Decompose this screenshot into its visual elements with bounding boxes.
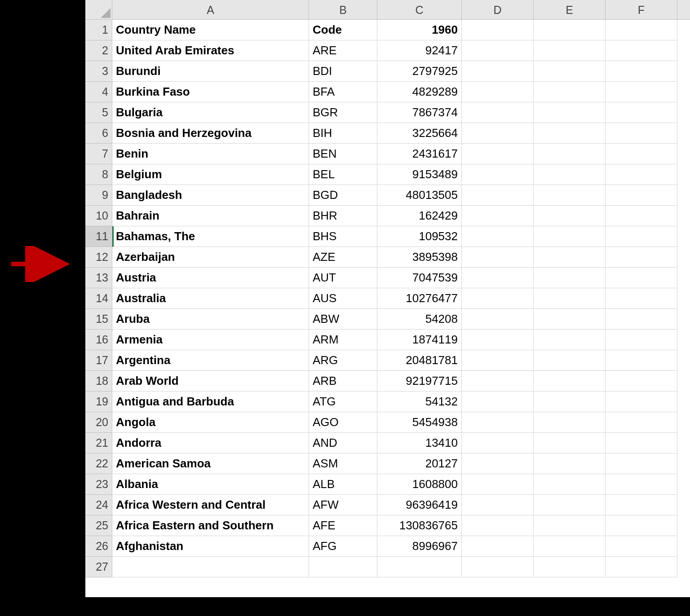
row-header-7[interactable]: 7 xyxy=(85,144,112,164)
cell-F20[interactable] xyxy=(606,412,677,433)
cell-E7[interactable] xyxy=(534,144,606,164)
cell-A1[interactable]: Country Name xyxy=(112,20,309,40)
cell-B19[interactable]: ATG xyxy=(309,392,377,412)
cell-D9[interactable] xyxy=(462,185,534,206)
cell-E18[interactable] xyxy=(534,371,606,392)
cell-E1[interactable] xyxy=(534,20,606,40)
cell-C23[interactable]: 1608800 xyxy=(377,474,462,495)
cell-D10[interactable] xyxy=(462,206,534,226)
cell-E20[interactable] xyxy=(534,412,606,433)
cell-A7[interactable]: Benin xyxy=(112,144,309,164)
cell-E4[interactable] xyxy=(534,82,606,102)
row-header-26[interactable]: 26 xyxy=(85,536,112,557)
cell-D12[interactable] xyxy=(462,247,534,268)
cell-D2[interactable] xyxy=(462,40,534,61)
cell-B14[interactable]: AUS xyxy=(309,288,377,309)
cell-F25[interactable] xyxy=(606,515,677,536)
cell-D14[interactable] xyxy=(462,288,534,309)
cell-B4[interactable]: BFA xyxy=(309,82,377,102)
row-header-16[interactable]: 16 xyxy=(85,330,112,350)
cell-D24[interactable] xyxy=(462,495,534,515)
row-header-21[interactable]: 21 xyxy=(85,433,112,453)
cell-C16[interactable]: 1874119 xyxy=(377,330,462,350)
row-header-25[interactable]: 25 xyxy=(85,515,112,536)
cell-B20[interactable]: AGO xyxy=(309,412,377,433)
row-header-12[interactable]: 12 xyxy=(85,247,112,268)
cell-C18[interactable]: 92197715 xyxy=(377,371,462,392)
cell-D17[interactable] xyxy=(462,350,534,371)
cell-C25[interactable]: 130836765 xyxy=(377,515,462,536)
cell-C2[interactable]: 92417 xyxy=(377,40,462,61)
cell-D19[interactable] xyxy=(462,392,534,412)
row-header-19[interactable]: 19 xyxy=(85,392,112,412)
cell-A18[interactable]: Arab World xyxy=(112,371,309,392)
cell-D13[interactable] xyxy=(462,268,534,288)
cell-F6[interactable] xyxy=(606,123,677,144)
cell-B23[interactable]: ALB xyxy=(309,474,377,495)
column-header-F[interactable]: F xyxy=(606,0,677,20)
cell-A21[interactable]: Andorra xyxy=(112,433,309,453)
cell-A14[interactable]: Australia xyxy=(112,288,309,309)
cell-C10[interactable]: 162429 xyxy=(377,206,462,226)
cell-F4[interactable] xyxy=(606,82,677,102)
cell-B22[interactable]: ASM xyxy=(309,453,377,474)
cell-C20[interactable]: 5454938 xyxy=(377,412,462,433)
cell-C19[interactable]: 54132 xyxy=(377,392,462,412)
cell-C11[interactable]: 109532 xyxy=(377,226,462,247)
cell-B1[interactable]: Code xyxy=(309,20,377,40)
cell-D3[interactable] xyxy=(462,61,534,82)
cell-C3[interactable]: 2797925 xyxy=(377,61,462,82)
cell-F17[interactable] xyxy=(606,350,677,371)
cell-A19[interactable]: Antigua and Barbuda xyxy=(112,392,309,412)
cell-D20[interactable] xyxy=(462,412,534,433)
cell-E6[interactable] xyxy=(534,123,606,144)
cell-F13[interactable] xyxy=(606,268,677,288)
cell-B10[interactable]: BHR xyxy=(309,206,377,226)
cell-C22[interactable]: 20127 xyxy=(377,453,462,474)
row-header-22[interactable]: 22 xyxy=(85,453,112,474)
row-header-11[interactable]: 11 xyxy=(85,226,112,247)
row-header-9[interactable]: 9 xyxy=(85,185,112,206)
cell-A12[interactable]: Azerbaijan xyxy=(112,247,309,268)
row-header-2[interactable]: 2 xyxy=(85,40,112,61)
cell-A25[interactable]: Africa Eastern and Southern xyxy=(112,515,309,536)
cell-D21[interactable] xyxy=(462,433,534,453)
cell-C1[interactable]: 1960 xyxy=(377,20,462,40)
row-header-23[interactable]: 23 xyxy=(85,474,112,495)
cell-F5[interactable] xyxy=(606,102,677,123)
cell-B26[interactable]: AFG xyxy=(309,536,377,557)
cell-A10[interactable]: Bahrain xyxy=(112,206,309,226)
select-all-corner[interactable] xyxy=(85,0,112,20)
cell-D11[interactable] xyxy=(462,226,534,247)
cell-F9[interactable] xyxy=(606,185,677,206)
cell-C17[interactable]: 20481781 xyxy=(377,350,462,371)
cell-C13[interactable]: 7047539 xyxy=(377,268,462,288)
cell-F23[interactable] xyxy=(606,474,677,495)
cell-E24[interactable] xyxy=(534,495,606,515)
cell-B12[interactable]: AZE xyxy=(309,247,377,268)
cell-F18[interactable] xyxy=(606,371,677,392)
cell-A24[interactable]: Africa Western and Central xyxy=(112,495,309,515)
cell-F11[interactable] xyxy=(606,226,677,247)
cell-D15[interactable] xyxy=(462,309,534,330)
cell-B21[interactable]: AND xyxy=(309,433,377,453)
cell-D22[interactable] xyxy=(462,453,534,474)
cell-D18[interactable] xyxy=(462,371,534,392)
cell-E15[interactable] xyxy=(534,309,606,330)
cell-F15[interactable] xyxy=(606,309,677,330)
cell-D25[interactable] xyxy=(462,515,534,536)
cell-E2[interactable] xyxy=(534,40,606,61)
cell-A13[interactable]: Austria xyxy=(112,268,309,288)
cell-E12[interactable] xyxy=(534,247,606,268)
cell-F2[interactable] xyxy=(606,40,677,61)
row-header-10[interactable]: 10 xyxy=(85,206,112,226)
cell-C7[interactable]: 2431617 xyxy=(377,144,462,164)
cell-A5[interactable]: Bulgaria xyxy=(112,102,309,123)
row-header-13[interactable]: 13 xyxy=(85,268,112,288)
cell-A27[interactable] xyxy=(112,557,309,577)
cell-D27[interactable] xyxy=(462,557,534,577)
column-header-C[interactable]: C xyxy=(377,0,462,20)
cell-C9[interactable]: 48013505 xyxy=(377,185,462,206)
cell-F21[interactable] xyxy=(606,433,677,453)
cell-C27[interactable] xyxy=(377,557,462,577)
